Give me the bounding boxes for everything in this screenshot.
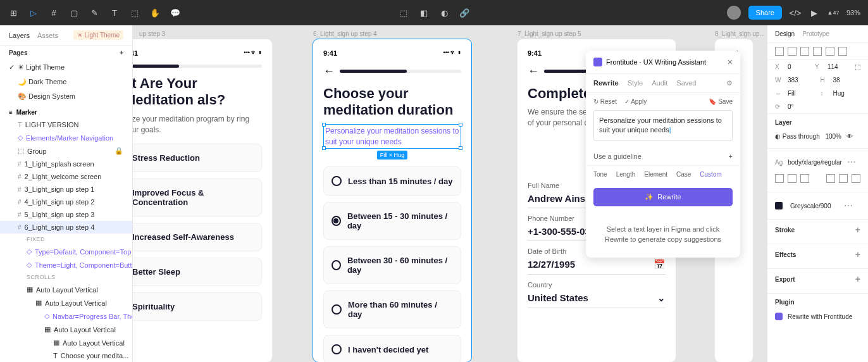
fixed-bottom-bar[interactable]: ◇ Theme=Light, Component=Buttom Ba...	[0, 258, 132, 272]
figma-menu-icon[interactable]: ⊞	[8, 7, 19, 18]
frame-step-4[interactable]: 9:41••• ᯤ ▮ ← Choose your meditation dur…	[313, 39, 471, 362]
save-button[interactable]: 🔖 Save	[709, 98, 733, 105]
marker-section[interactable]: ≡ Marker	[0, 104, 132, 118]
assets-tab[interactable]: Assets	[37, 32, 58, 39]
notif-badge[interactable]: ▲ 47	[828, 7, 839, 18]
back-icon[interactable]: ←	[323, 65, 335, 78]
option-sleep[interactable]: Better Sleep	[133, 258, 262, 286]
screen-3[interactable]: # 3_Light_sign up step 1	[0, 183, 132, 196]
filter-length[interactable]: Length	[616, 171, 636, 178]
visibility-icon[interactable]: 👁	[846, 133, 853, 140]
option-undecided[interactable]: I haven't decided yet	[323, 335, 461, 362]
tab-saved[interactable]: Saved	[676, 79, 696, 87]
option-more60[interactable]: More than 60 minutes / day	[323, 290, 461, 328]
rotation-value[interactable]: 0°	[788, 103, 860, 110]
screen-6[interactable]: # 6_Light_sign up step 4	[0, 221, 132, 234]
prototype-tab[interactable]: Prototype	[802, 30, 829, 37]
present-icon[interactable]: ▶	[809, 7, 820, 18]
fill-mode[interactable]: Fill	[788, 90, 815, 97]
h-value[interactable]: 38	[833, 77, 861, 84]
adjust-icon[interactable]: ◧	[418, 7, 430, 18]
option-awareness[interactable]: Increased Self-Awareness	[133, 223, 262, 251]
screen-2[interactable]: # 2_Light_welcome screen	[0, 170, 132, 183]
text-valign-bot-icon[interactable]	[852, 174, 860, 183]
zoom-level[interactable]: 93%	[846, 9, 860, 16]
frame-tool-icon[interactable]: #	[48, 7, 59, 18]
group-layer[interactable]: ⬚ Group🔒	[0, 144, 132, 158]
align-right-icon[interactable]	[800, 47, 809, 56]
rewrite-textarea[interactable]: Personalize your meditation sessions to …	[593, 110, 733, 141]
design-tab[interactable]: Design	[775, 30, 795, 37]
page-light-theme[interactable]: ☀ Light Theme	[0, 60, 132, 75]
option-stress[interactable]: Stress Reduction	[133, 144, 262, 172]
tab-audit[interactable]: Audit	[652, 79, 667, 87]
tab-style[interactable]: Style	[628, 79, 643, 87]
auto-layout-3[interactable]: ▦ Auto Layout Vertical	[0, 323, 132, 336]
x-value[interactable]: 0	[788, 63, 810, 70]
resources-icon[interactable]: ⬚	[129, 7, 140, 18]
y-value[interactable]: 114	[828, 63, 850, 70]
fill-swatch[interactable]	[775, 202, 783, 209]
fixed-top-bar[interactable]: ◇ Type=Default, Component=Top Bar	[0, 245, 132, 258]
filter-tone[interactable]: Tone	[593, 171, 607, 178]
option-60min[interactable]: Between 30 - 60 minutes / day	[323, 246, 461, 284]
text-align-right-icon[interactable]	[800, 174, 809, 183]
country-value[interactable]: United States⌄	[528, 289, 666, 308]
option-30min[interactable]: Between 15 - 30 minutes / day	[323, 202, 461, 240]
rewrite-button[interactable]: ✨ Rewrite	[593, 188, 733, 206]
canvas[interactable]: up step 3 6_Light_sign up step 4 7_Light…	[133, 25, 767, 362]
share-button[interactable]: Share	[748, 6, 782, 20]
filter-custom[interactable]: Custom	[700, 171, 721, 178]
dob-value[interactable]: 12/27/1995📅	[528, 255, 666, 275]
elements-navigation[interactable]: ◇ Elements/Marker Navigation	[0, 131, 132, 144]
apply-button[interactable]: ✓ Apply	[624, 98, 647, 105]
text-valign-top-icon[interactable]	[826, 174, 835, 183]
auto-layout-4[interactable]: ▦ Auto Layout Vertical	[0, 336, 132, 349]
mask-icon[interactable]: ◐	[438, 7, 450, 18]
fill-name[interactable]: Greyscale/900	[790, 203, 831, 209]
theme-badge[interactable]: ☀ Light Theme	[73, 30, 123, 40]
tab-rewrite[interactable]: Rewrite	[593, 79, 619, 87]
auto-layout-1[interactable]: ▦ Auto Layout Vertical	[0, 283, 132, 296]
text-align-left-icon[interactable]	[775, 174, 784, 183]
hug-mode[interactable]: Hug	[833, 90, 861, 97]
chevron-down-icon[interactable]: ⌄	[657, 292, 666, 304]
add-guideline-icon[interactable]: +	[729, 153, 733, 160]
add-stroke-icon[interactable]: +	[855, 225, 860, 235]
devmode-icon[interactable]: </>	[790, 7, 801, 18]
comment-tool-icon[interactable]: 💬	[170, 7, 181, 18]
crop-icon[interactable]: ⬚	[398, 7, 409, 18]
link-icon[interactable]: 🔗	[459, 7, 470, 18]
align-center-icon[interactable]	[788, 47, 797, 56]
hand-tool-icon[interactable]: ✋	[149, 7, 161, 18]
add-export-icon[interactable]: +	[855, 274, 860, 284]
page-design-system[interactable]: 🎨 Design System	[0, 89, 132, 104]
screen-4[interactable]: # 4_Light_sign up step 2	[0, 196, 132, 208]
add-effect-icon[interactable]: +	[855, 249, 860, 259]
text-tool-icon[interactable]: T	[109, 7, 120, 18]
shape-tool-icon[interactable]: ▢	[68, 7, 80, 18]
align-middle-icon[interactable]	[826, 47, 834, 56]
guideline-row[interactable]: Use a guideline+	[586, 147, 740, 166]
auto-layout-2[interactable]: ▦ Auto Layout Vertical	[0, 296, 132, 309]
w-value[interactable]: 383	[788, 77, 815, 84]
navbar-progress[interactable]: ◇ Navbar=Progress Bar, Them...	[0, 309, 132, 323]
opacity-value[interactable]: 100%	[825, 133, 841, 140]
user-avatar[interactable]	[727, 6, 741, 20]
option-focus[interactable]: Improved Focus & Concentration	[133, 178, 262, 216]
reset-button[interactable]: ↻ Reset	[593, 98, 617, 105]
back-icon[interactable]: ←	[528, 65, 539, 78]
calendar-icon[interactable]: 📅	[654, 259, 666, 270]
pen-tool-icon[interactable]: ✎	[89, 7, 100, 18]
screen-5[interactable]: # 5_Light_sign up step 3	[0, 208, 132, 221]
add-page-icon[interactable]: +	[120, 49, 123, 56]
option-15min[interactable]: Less than 15 minutes / day	[323, 166, 461, 196]
tidy-icon[interactable]: ⬚	[855, 63, 860, 70]
screen-1[interactable]: # 1_Light_splash screen	[0, 158, 132, 170]
light-version[interactable]: T LIGHT VERSION	[0, 118, 132, 131]
align-bottom-icon[interactable]	[838, 47, 847, 56]
choose-medita[interactable]: T Choose your medita...	[0, 349, 132, 362]
page-dark-theme[interactable]: 🌙 Dark Theme	[0, 75, 132, 89]
align-left-icon[interactable]	[775, 47, 784, 56]
close-icon[interactable]: ×	[728, 57, 733, 67]
